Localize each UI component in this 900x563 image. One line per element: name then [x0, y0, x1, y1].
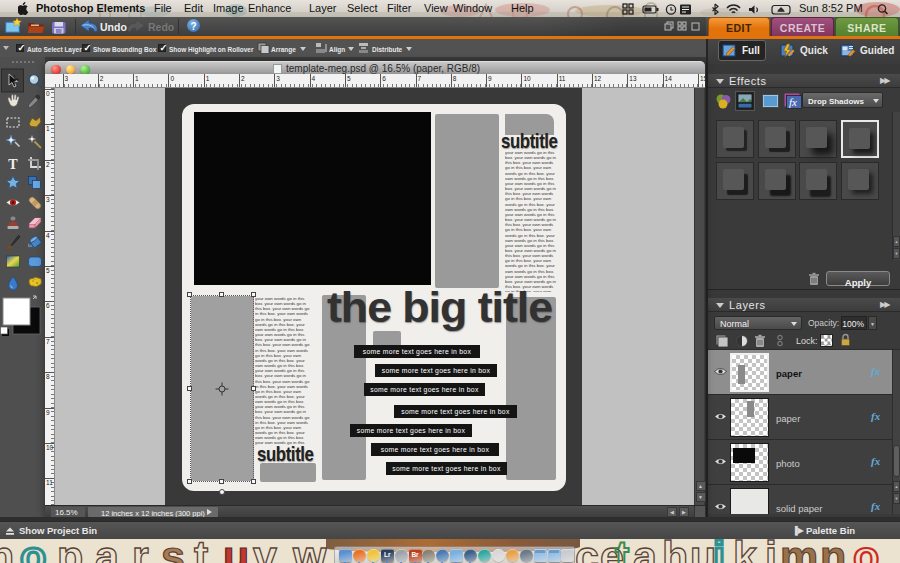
svg-text:T: T — [8, 157, 18, 172]
svg-text:fx: fx — [789, 96, 797, 108]
